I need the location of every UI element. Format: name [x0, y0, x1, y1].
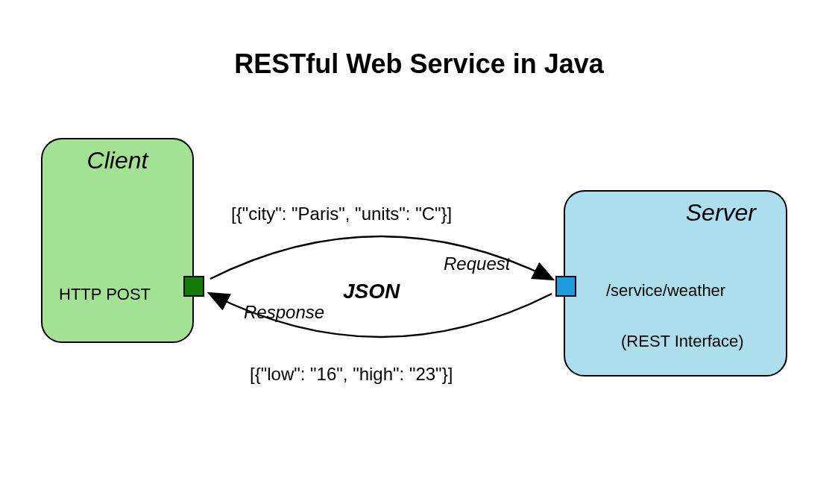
request-payload-text: [{"city": "Paris", "units": "C"}] [231, 204, 452, 224]
server-node: Server /service/weather (REST Interface) [564, 190, 787, 377]
diagram-title: RESTful Web Service in Java [0, 48, 838, 80]
response-label: Response [244, 302, 324, 323]
response-payload-text: [{"low": "16", "high": "23"}] [250, 364, 453, 385]
server-label: Server [686, 199, 756, 227]
server-endpoint: /service/weather [606, 281, 725, 300]
request-label: Request [444, 253, 510, 274]
client-method: HTTP POST [59, 285, 151, 304]
client-port-icon [183, 276, 204, 297]
client-label: Client [42, 147, 192, 174]
client-node: Client HTTP POST [41, 138, 194, 343]
json-format-label: JSON [343, 280, 400, 303]
server-port-icon [555, 276, 576, 297]
server-interface-label: (REST Interface) [621, 332, 744, 351]
